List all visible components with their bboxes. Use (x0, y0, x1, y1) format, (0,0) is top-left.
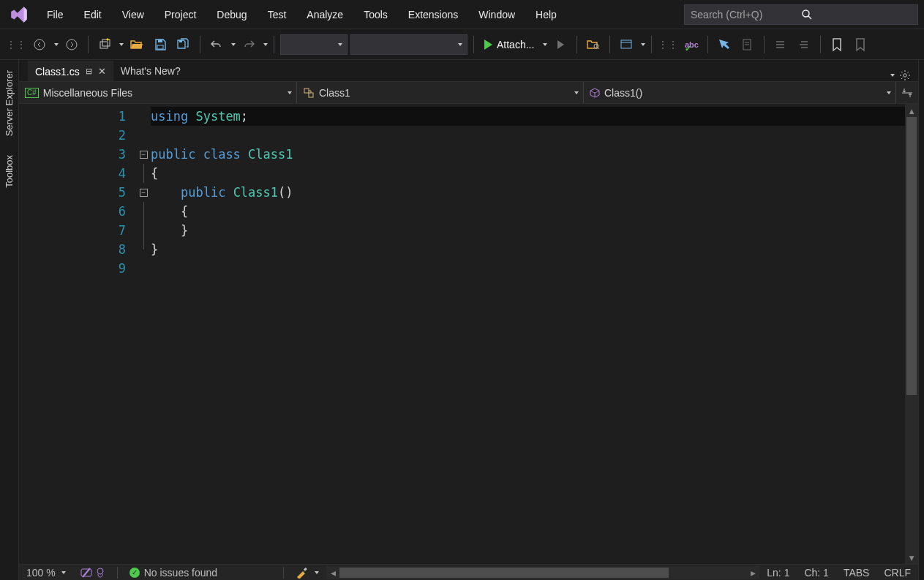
intellicode-icon[interactable] (73, 567, 113, 579)
fold-gutter[interactable] (136, 107, 151, 126)
menu-test[interactable]: Test (259, 6, 296, 23)
code-line[interactable]: } (151, 240, 905, 259)
line-number: 2 (19, 126, 136, 145)
tab-whats-new[interactable]: What's New? (113, 61, 188, 81)
drag-handle-icon[interactable]: ⋮⋮ (658, 34, 678, 55)
scroll-down-icon[interactable]: ▾ (908, 551, 915, 564)
method-icon (590, 88, 600, 98)
svg-point-0 (803, 10, 809, 17)
save-all-button[interactable] (173, 34, 194, 55)
solution-config-combo[interactable] (280, 34, 348, 55)
fold-gutter[interactable] (136, 202, 151, 221)
nav-class-combo[interactable]: Class1 (297, 82, 584, 103)
scroll-up-icon[interactable]: ▴ (908, 104, 915, 117)
code-line[interactable] (151, 259, 905, 278)
chevron-down-icon[interactable] (119, 43, 124, 46)
gear-icon[interactable] (899, 69, 911, 81)
chevron-down-icon[interactable] (641, 43, 645, 46)
code-line[interactable] (151, 126, 905, 145)
scroll-left-icon[interactable]: ◂ (326, 566, 339, 579)
undo-button[interactable] (206, 34, 227, 55)
code-line[interactable]: public Class1() (151, 183, 905, 202)
open-file-button[interactable] (127, 34, 147, 55)
sidetab-toolbox[interactable]: Toolbox (2, 152, 16, 191)
bookmark-prev-button[interactable] (850, 34, 871, 55)
menu-file[interactable]: File (38, 6, 72, 23)
menu-analyze[interactable]: Analyze (298, 6, 352, 23)
browser-link-button[interactable] (616, 34, 636, 55)
vertical-scrollbar[interactable]: ▴ ▾ (905, 104, 918, 564)
save-button[interactable] (150, 34, 170, 55)
status-col[interactable]: Ch: 1 (797, 567, 835, 579)
start-without-debug-button[interactable] (550, 34, 571, 55)
nav-fwd-button[interactable] (61, 34, 82, 55)
code-line[interactable]: } (151, 221, 905, 240)
close-icon[interactable]: ✕ (98, 66, 106, 77)
fold-gutter[interactable] (136, 126, 151, 145)
menu-window[interactable]: Window (470, 6, 524, 23)
code-line[interactable]: using System; (151, 107, 905, 126)
scroll-right-icon[interactable]: ▸ (746, 566, 759, 579)
attach-button[interactable]: Attach... (480, 34, 538, 55)
fold-gutter[interactable] (136, 221, 151, 240)
code-editor[interactable]: 123456789 −− using System;public class C… (19, 104, 918, 564)
status-line[interactable]: Ln: 1 (759, 567, 797, 579)
split-button[interactable] (896, 82, 918, 103)
chevron-down-icon[interactable] (54, 43, 59, 46)
svg-rect-4 (100, 42, 108, 48)
drag-handle-icon[interactable]: ⋮⋮ (6, 34, 26, 55)
class-icon (303, 87, 315, 99)
bookmark-button[interactable] (827, 34, 847, 55)
nav-project-combo[interactable]: C# Miscellaneous Files (19, 82, 297, 103)
fold-gutter[interactable]: − (136, 145, 151, 164)
format-doc-button[interactable] (737, 34, 758, 55)
issues-status[interactable]: ✓ No issues found (122, 567, 225, 579)
svg-rect-5 (102, 39, 110, 46)
uncomment-button[interactable] (794, 34, 814, 55)
pin-icon[interactable]: ⊟ (86, 67, 92, 76)
zoom-combo[interactable]: 100 % (19, 567, 73, 579)
menu-project[interactable]: Project (156, 6, 206, 23)
tab-label: Class1.cs (35, 66, 80, 78)
menu-edit[interactable]: Edit (75, 6, 110, 23)
fold-gutter[interactable]: − (136, 183, 151, 202)
new-project-button[interactable] (94, 34, 115, 55)
screwdriver-icon[interactable] (288, 567, 326, 579)
horizontal-scrollbar[interactable]: ◂ ▸ (326, 566, 759, 579)
chevron-down-icon[interactable] (263, 43, 268, 46)
nav-back-button[interactable] (29, 34, 50, 55)
chevron-down-icon[interactable] (543, 43, 547, 46)
spellcheck-button[interactable]: abc✓ (681, 34, 702, 55)
scroll-thumb[interactable] (339, 568, 669, 578)
status-eol[interactable]: CRLF (876, 567, 918, 579)
code-line[interactable]: { (151, 164, 905, 183)
code-line[interactable]: public class Class1 (151, 145, 905, 164)
solution-platform-combo[interactable] (350, 34, 467, 55)
select-element-button[interactable] (714, 34, 735, 55)
redo-button[interactable] (238, 34, 259, 55)
comment-button[interactable] (770, 34, 791, 55)
code-line[interactable]: { (151, 202, 905, 221)
fold-gutter[interactable] (136, 259, 151, 278)
status-indent[interactable]: TABS (836, 567, 877, 579)
menu-debug[interactable]: Debug (208, 6, 255, 23)
sidetab-server-explorer[interactable]: Server Explorer (2, 67, 16, 139)
fold-gutter[interactable] (136, 164, 151, 183)
svg-rect-7 (157, 45, 163, 49)
menu-tools[interactable]: Tools (355, 6, 397, 23)
nav-member-combo[interactable]: Class1() (584, 82, 896, 103)
svg-rect-11 (621, 40, 631, 48)
scroll-thumb[interactable] (906, 117, 917, 395)
search-box[interactable]: Search (Ctrl+Q) (684, 4, 918, 25)
menu-help[interactable]: Help (527, 6, 566, 23)
search-placeholder: Search (Ctrl+Q) (691, 9, 801, 20)
tab-class1[interactable]: Class1.cs ⊟ ✕ (28, 61, 113, 81)
tabs-overflow-icon[interactable] (890, 74, 895, 77)
fold-gutter[interactable] (136, 240, 151, 259)
menu-extensions[interactable]: Extensions (399, 6, 467, 23)
menu-view[interactable]: View (113, 6, 153, 23)
find-in-files-button[interactable] (583, 34, 604, 55)
chevron-down-icon[interactable] (231, 43, 236, 46)
svg-line-10 (598, 48, 599, 49)
search-icon (801, 9, 912, 20)
